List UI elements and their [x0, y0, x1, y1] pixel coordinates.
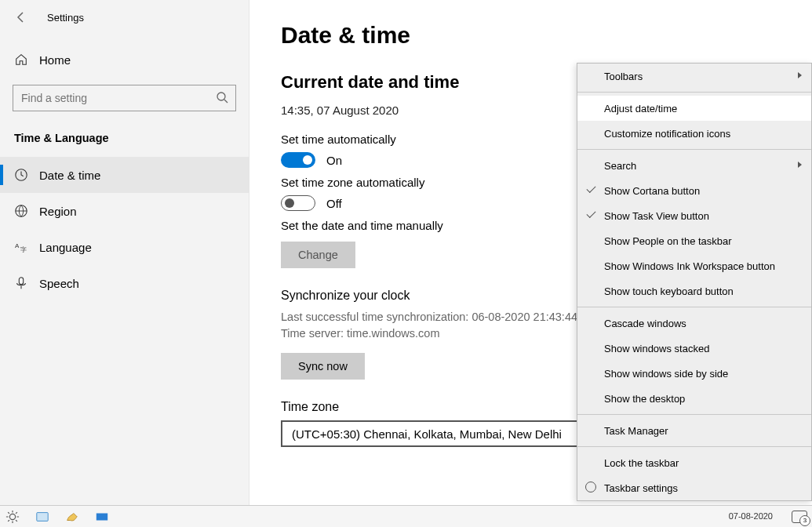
svg-line-1	[224, 100, 228, 103]
svg-point-0	[217, 93, 225, 100]
context-menu-item[interactable]: Lock the taskbar	[577, 450, 811, 475]
context-menu-item[interactable]: Show Windows Ink Workspace button	[577, 253, 811, 278]
timezone-value: (UTC+05:30) Chennai, Kolkata, Mumbai, Ne…	[292, 427, 562, 441]
category-heading: Time & Language	[0, 118, 249, 152]
sidebar-item-language[interactable]: A字 Language	[0, 229, 249, 265]
set-time-auto-state: On	[326, 154, 342, 167]
search-container	[13, 85, 236, 111]
svg-text:A: A	[15, 242, 20, 249]
sidebar-item-label: Date & time	[39, 169, 100, 182]
language-icon: A字	[14, 240, 28, 254]
svg-text:字: 字	[20, 246, 27, 253]
notification-center-icon[interactable]	[792, 511, 807, 523]
context-menu-item[interactable]: Search	[577, 153, 811, 178]
search-icon	[216, 91, 228, 107]
sync-now-button[interactable]: Sync now	[281, 353, 365, 380]
settings-sidebar: Settings Home Time & Language Date & tim…	[0, 0, 249, 505]
arrow-left-icon	[15, 11, 27, 24]
taskbar-context-menu: ToolbarsAdjust date/timeCustomize notifi…	[577, 63, 812, 501]
context-menu-item[interactable]: Toolbars	[577, 64, 811, 89]
context-menu-item[interactable]: Adjust date/time	[577, 96, 811, 121]
sidebar-item-date-time[interactable]: Date & time	[0, 157, 249, 193]
taskbar-app-icon[interactable]	[94, 509, 110, 525]
sidebar-item-speech[interactable]: Speech	[0, 265, 249, 301]
taskbar-date[interactable]: 07-08-2020	[729, 511, 773, 521]
context-menu-item[interactable]: Customize notification icons	[577, 121, 811, 146]
svg-rect-9	[96, 513, 107, 520]
window-title: Settings	[47, 12, 84, 24]
sidebar-item-region[interactable]: Region	[0, 193, 249, 229]
context-menu-item[interactable]: Show touch keyboard button	[577, 278, 811, 303]
context-menu-item[interactable]: Cascade windows	[577, 311, 811, 336]
back-button[interactable]	[9, 5, 33, 29]
context-menu-item[interactable]: Show windows stacked	[577, 336, 811, 361]
taskbar-app-icon[interactable]	[64, 509, 80, 525]
svg-rect-6	[19, 278, 23, 285]
set-tz-auto-toggle[interactable]	[281, 195, 315, 211]
taskbar: 07-08-2020	[0, 505, 812, 527]
change-button[interactable]: Change	[281, 242, 355, 268]
home-icon	[14, 53, 28, 67]
context-menu-item[interactable]: Show the desktop	[577, 386, 811, 411]
globe-icon	[14, 204, 28, 218]
sidebar-item-label: Speech	[39, 277, 79, 290]
sidebar-item-label: Language	[39, 241, 92, 254]
svg-point-7	[9, 514, 15, 519]
svg-rect-8	[37, 512, 48, 521]
home-label: Home	[39, 53, 71, 67]
set-time-auto-toggle[interactable]	[281, 152, 315, 168]
context-menu-item[interactable]: Show Task View button	[577, 203, 811, 228]
microphone-icon	[14, 276, 28, 290]
context-menu-item[interactable]: Taskbar settings	[577, 475, 811, 500]
context-menu-item[interactable]: Show People on the taskbar	[577, 228, 811, 253]
taskbar-settings-icon[interactable]	[5, 509, 20, 525]
set-tz-auto-state: Off	[326, 197, 342, 210]
context-menu-item[interactable]: Show Cortana button	[577, 178, 811, 203]
search-input[interactable]	[13, 85, 236, 111]
clock-icon	[14, 168, 28, 182]
sidebar-item-label: Region	[39, 205, 77, 218]
home-nav[interactable]: Home	[0, 42, 249, 77]
context-menu-item[interactable]: Task Manager	[577, 418, 811, 443]
page-heading: Date & time	[281, 22, 781, 49]
context-menu-item[interactable]: Show windows side by side	[577, 361, 811, 386]
taskbar-app-icon[interactable]	[35, 509, 50, 525]
